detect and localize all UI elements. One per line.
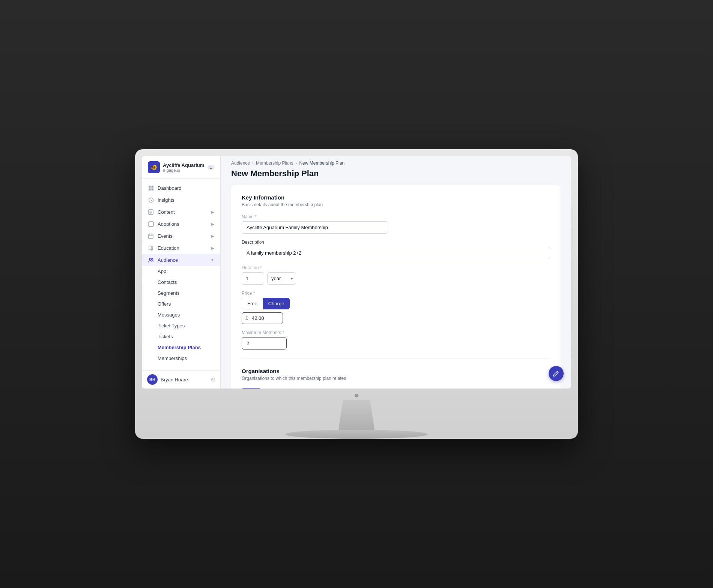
- sidebar-item-insights[interactable]: Insights: [142, 194, 220, 206]
- breadcrumb-sep-2: ›: [295, 160, 297, 166]
- user-count-chip: 1: [208, 165, 214, 170]
- monitor-screen: 🐠 Aycliffe Aquarium n-gage.io 1: [142, 156, 571, 388]
- max-members-label: Maximum Members *: [242, 330, 550, 335]
- key-info-section: Key Information Basic details about the …: [242, 194, 550, 350]
- sidebar-item-label: Dashboard: [158, 185, 182, 191]
- sidebar-nav: Dashboard Insights: [142, 179, 220, 370]
- currency-icon: £: [245, 316, 248, 321]
- monitor-bezel: [142, 388, 571, 400]
- org-tab-selected[interactable]: Selected: [260, 388, 291, 388]
- user-name: Bryan Hoare: [161, 377, 188, 382]
- sidebar-item-events[interactable]: Events ▶: [142, 230, 220, 242]
- breadcrumb-sep-1: ›: [252, 160, 254, 166]
- sidebar-item-label: Education: [158, 245, 179, 251]
- sidebar-subitem-contacts[interactable]: Contacts: [142, 277, 220, 288]
- breadcrumb-audience[interactable]: Audience: [231, 160, 250, 166]
- sidebar-item-label: Audience: [158, 257, 178, 263]
- breadcrumb-current: New Membership Plan: [299, 160, 344, 166]
- sidebar-item-audience[interactable]: Audience ▼: [142, 254, 220, 266]
- organisations-section: Organisations Organisations to which thi…: [242, 358, 550, 388]
- name-field: Name *: [242, 214, 550, 234]
- svg-rect-0: [149, 186, 151, 188]
- form-container: Key Information Basic details about the …: [231, 185, 561, 388]
- grid-icon: [148, 185, 154, 191]
- org-name: Aycliffe Aquarium: [163, 162, 204, 168]
- chevron-right-icon: ▶: [211, 222, 214, 226]
- max-members-input[interactable]: [242, 337, 287, 350]
- org-section-title: Organisations: [242, 368, 550, 374]
- page-title: New Membership Plan: [221, 167, 571, 185]
- fab-edit-button[interactable]: [549, 366, 564, 381]
- duration-field: Duration * year month week day: [242, 265, 550, 285]
- sidebar-subitem-segments[interactable]: Segments: [142, 288, 220, 298]
- svg-rect-1: [151, 186, 153, 188]
- sidebar-subitem-tickets[interactable]: Tickets: [142, 331, 220, 342]
- svg-rect-9: [149, 222, 153, 226]
- sidebar-item-label: Insights: [158, 197, 174, 203]
- description-label: Description: [242, 240, 550, 245]
- sidebar-header: 🐠 Aycliffe Aquarium n-gage.io 1: [142, 156, 220, 179]
- duration-number-input[interactable]: [242, 272, 264, 285]
- sidebar-item-content[interactable]: Content ▶: [142, 206, 220, 218]
- svg-point-14: [149, 258, 151, 260]
- monitor-frame: 🐠 Aycliffe Aquarium n-gage.io 1: [135, 149, 578, 439]
- max-members-field: Maximum Members *: [242, 330, 550, 350]
- sidebar-item-adoptions[interactable]: Adoptions ▶: [142, 218, 220, 230]
- duration-unit-select[interactable]: year month week day: [267, 272, 296, 285]
- duration-label: Duration *: [242, 265, 550, 270]
- pencil-icon: [553, 370, 560, 377]
- sidebar-item-education[interactable]: Education ▶: [142, 242, 220, 254]
- org-tab-all[interactable]: All: [242, 388, 260, 388]
- price-free-button[interactable]: Free: [242, 298, 263, 309]
- logout-icon[interactable]: ⎋: [211, 376, 215, 383]
- chevron-right-icon: ▶: [211, 210, 214, 214]
- name-label: Name *: [242, 214, 550, 219]
- org-logo: 🐠: [148, 161, 160, 173]
- monitor-stand: [142, 400, 571, 439]
- chevron-right-icon: ▶: [211, 246, 214, 250]
- breadcrumb-membership-plans[interactable]: Membership Plans: [256, 160, 293, 166]
- price-charge-button[interactable]: Charge: [263, 298, 290, 309]
- price-input-wrapper: £: [242, 312, 283, 324]
- org-subdomain: n-gage.io: [163, 168, 204, 172]
- sidebar-subitem-ticket-types[interactable]: Ticket Types: [142, 320, 220, 331]
- section-title: Key Information: [242, 194, 550, 201]
- sidebar-subitem-offers[interactable]: Offers: [142, 298, 220, 309]
- svg-rect-2: [149, 188, 151, 190]
- price-type-row: Free Charge: [242, 298, 550, 309]
- sidebar-subitem-membership-plans[interactable]: Membership Plans: [142, 342, 220, 353]
- breadcrumb: Audience › Membership Plans › New Member…: [221, 156, 571, 167]
- chart-icon: [148, 197, 154, 203]
- chevron-down-icon: ▼: [211, 258, 214, 262]
- description-input[interactable]: [242, 247, 550, 259]
- monitor-neck: [334, 400, 379, 430]
- duration-row: year month week day: [242, 272, 550, 285]
- main-content: Audience › Membership Plans › New Member…: [221, 156, 571, 388]
- paw-icon: [148, 221, 154, 227]
- org-tabs: All Selected: [242, 388, 550, 388]
- book-icon: [148, 245, 154, 251]
- sidebar-item-label: Content: [158, 209, 175, 215]
- sidebar-item-label: Events: [158, 233, 173, 239]
- sidebar-item-dashboard[interactable]: Dashboard: [142, 182, 220, 194]
- sidebar-subitem-app[interactable]: App: [142, 266, 220, 277]
- avatar: BH: [147, 374, 158, 385]
- monitor-base: [285, 430, 428, 439]
- chevron-right-icon: ▶: [211, 234, 214, 238]
- file-icon: [148, 209, 154, 215]
- svg-rect-3: [151, 188, 153, 190]
- name-input[interactable]: [242, 221, 388, 234]
- org-section-desc: Organisations to which this membership p…: [242, 376, 550, 381]
- calendar-icon: [148, 233, 154, 239]
- svg-rect-10: [149, 234, 153, 238]
- sidebar-subitem-messages[interactable]: Messages: [142, 309, 220, 320]
- svg-point-15: [152, 258, 153, 260]
- sidebar: 🐠 Aycliffe Aquarium n-gage.io 1: [142, 156, 221, 388]
- duration-unit-wrapper: year month week day: [267, 272, 296, 285]
- description-field: Description: [242, 240, 550, 259]
- monitor-camera: [355, 394, 358, 398]
- price-field: Price * Free Charge £: [242, 291, 550, 324]
- price-label: Price *: [242, 291, 550, 296]
- sidebar-subitem-memberships[interactable]: Memberships: [142, 353, 220, 364]
- sidebar-item-label: Adoptions: [158, 221, 179, 227]
